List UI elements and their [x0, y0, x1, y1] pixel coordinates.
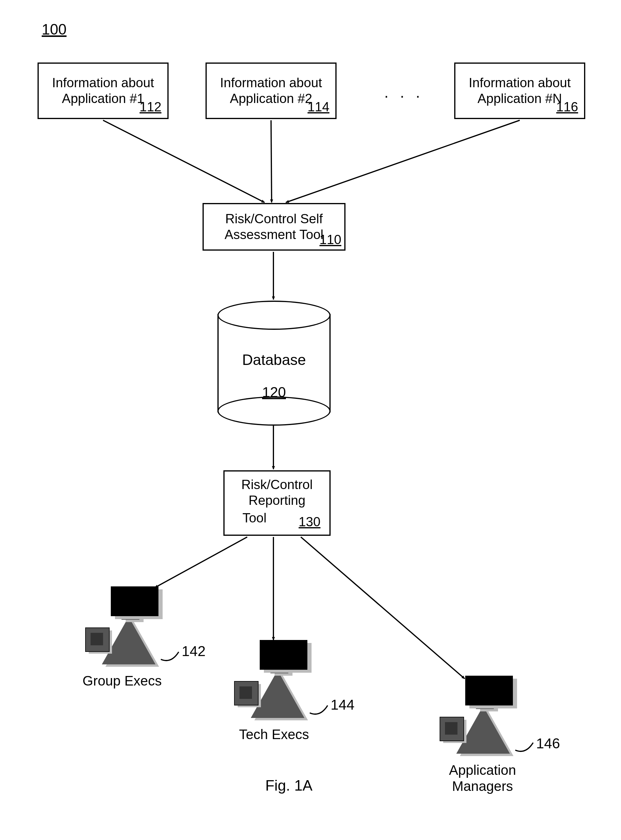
label-app-managers: Application Managers	[438, 762, 527, 794]
reporting-line3: Tool	[242, 510, 267, 526]
figure-caption: Fig. 1A	[259, 777, 319, 794]
figure-ref: 100	[42, 21, 67, 38]
database-ref: 120	[217, 384, 330, 400]
svg-line-6	[155, 537, 247, 588]
ref-tech-execs: 144	[330, 696, 354, 713]
svg-line-1	[103, 120, 265, 202]
label-app-managers-l2: Managers	[452, 778, 513, 794]
ref-group-execs: 142	[182, 643, 206, 659]
ref-app-managers: 146	[536, 735, 560, 752]
svg-line-2	[271, 120, 272, 202]
ellipsis: . . .	[384, 83, 424, 101]
person-application-managers	[438, 676, 515, 765]
assessment-line2: Assessment Tool	[224, 227, 323, 243]
label-group-execs: Group Execs	[77, 673, 167, 689]
reporting-line2: Reporting	[249, 493, 306, 508]
input-1-line1: Information about	[52, 75, 154, 91]
svg-line-8	[301, 537, 465, 679]
input-2-line2: Application #2	[230, 91, 312, 107]
input-3-ref: 116	[556, 99, 578, 115]
input-3-line1: Information about	[469, 75, 571, 91]
label-app-managers-l1: Application	[449, 762, 516, 778]
input-box-3: Information about Application #N 116	[454, 62, 585, 119]
person-group-execs	[83, 586, 161, 676]
input-box-2: Information about Application #2 114	[206, 62, 336, 119]
person-tech-execs	[232, 640, 310, 729]
database-label: Database	[217, 351, 330, 369]
input-1-line2: Application #1	[62, 91, 144, 107]
svg-line-3	[286, 120, 520, 202]
input-2-ref: 114	[307, 99, 329, 115]
assessment-box: Risk/Control Self Assessment Tool 110	[203, 203, 345, 251]
input-box-1: Information about Application #1 112	[38, 62, 168, 119]
reporting-line1: Risk/Control	[241, 477, 313, 493]
input-1-ref: 112	[140, 99, 161, 115]
database-cylinder: Database 120	[217, 301, 330, 426]
reporting-box: Risk/Control Reporting Tool 130	[223, 470, 330, 536]
assessment-ref: 110	[320, 232, 341, 248]
input-2-line1: Information about	[220, 75, 322, 91]
input-3-line2: Application #N	[477, 91, 562, 107]
label-tech-execs: Tech Execs	[229, 726, 319, 742]
assessment-line1: Risk/Control Self	[225, 211, 323, 227]
reporting-ref: 130	[299, 514, 321, 530]
